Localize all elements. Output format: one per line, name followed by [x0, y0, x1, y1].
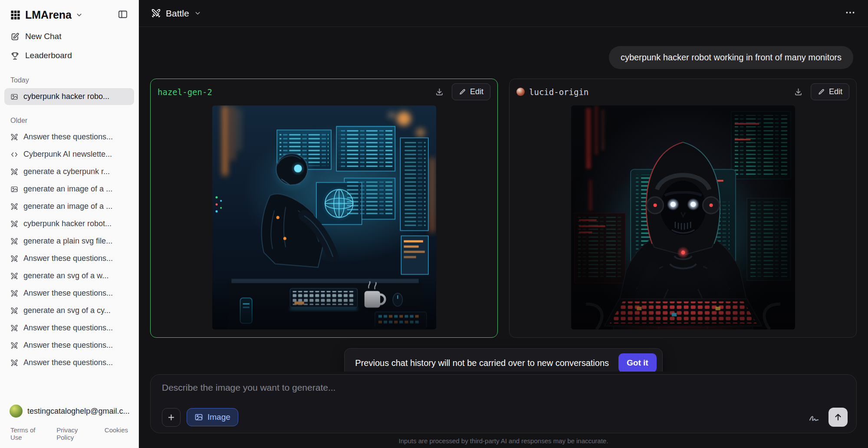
chat-history-item[interactable]: Answer these questions... [4, 337, 134, 354]
chat-item-label: Cyberpunk AI newslette... [23, 150, 112, 159]
chevron-down-icon [194, 10, 201, 17]
trophy-icon [10, 51, 20, 60]
send-button[interactable] [829, 408, 848, 427]
image-mode-label: Image [207, 412, 230, 422]
image-mode-button[interactable]: Image [187, 408, 238, 426]
attach-button[interactable] [162, 408, 181, 427]
download-button[interactable] [791, 84, 806, 100]
chat-item-icon [10, 290, 18, 297]
footer-link[interactable]: Privacy Policy [56, 426, 92, 441]
history-toast: Previous chat history will not be carrie… [344, 348, 662, 372]
arrow-up-icon [833, 412, 843, 422]
history-section-label-today: Today [0, 65, 138, 88]
chat-item-icon [10, 93, 18, 101]
chat-item-icon [10, 168, 18, 176]
chat-item-label: Answer these questions... [23, 323, 113, 333]
got-it-button[interactable]: Got it [618, 353, 657, 372]
chat-item-icon [10, 272, 18, 280]
download-icon [435, 87, 444, 96]
chat-item-icon [10, 185, 18, 193]
model-panel-a: hazel-gen-2 Edit [150, 79, 498, 338]
chat-history-item[interactable]: Answer these questions... [4, 354, 134, 371]
chat-history-item[interactable]: generate a plain svg file... [4, 233, 134, 250]
chat-item-label: Answer these questions... [23, 289, 113, 298]
panel-body [510, 105, 856, 337]
chat-history-item[interactable]: generate an svg of a cy... [4, 302, 134, 319]
edit-button[interactable]: Edit [452, 83, 490, 100]
chevron-down-icon [76, 11, 83, 19]
pencil-icon [818, 88, 825, 96]
new-chat-label: New Chat [25, 32, 61, 41]
panel-actions: Edit [432, 83, 490, 100]
chat-item-label: generate an svg of a cy... [23, 306, 111, 315]
mode-label: Battle [166, 8, 189, 19]
chat-history-item[interactable]: generate an svg of a w... [4, 267, 134, 284]
chat-item-icon [10, 133, 18, 141]
footer-link[interactable]: Cookies [105, 426, 128, 441]
chat-history-item[interactable]: cyberpunk hacker robo... [4, 88, 134, 105]
edit-label: Edit [470, 87, 483, 96]
battle-mode-selector[interactable]: Battle [151, 8, 201, 19]
chat-item-icon [10, 237, 18, 245]
sidebar: LMArena New Chat Leaderboard Today [0, 0, 139, 448]
composer-box: Image [150, 374, 857, 433]
download-button[interactable] [432, 84, 447, 100]
app-root: LMArena New Chat Leaderboard Today [0, 0, 868, 448]
chat-history-item[interactable]: Cyberpunk AI newslette... [4, 146, 134, 163]
account-button[interactable]: testingcataloghelp@gmail.c... [0, 399, 138, 423]
app-title: LMArena [25, 9, 72, 21]
leaderboard-label: Leaderboard [25, 51, 72, 60]
chat-history-item[interactable]: generate an image of a ... [4, 181, 134, 198]
sidebar-footer: Terms of Use Privacy Policy Cookies [0, 423, 138, 448]
chat-history-item[interactable]: Answer these questions... [4, 320, 134, 336]
footer-link[interactable]: Terms of Use [10, 426, 44, 441]
new-chat-button[interactable]: New Chat [0, 27, 138, 46]
topbar: Battle [139, 0, 868, 27]
chat-history-item[interactable]: generate an image of a ... [4, 198, 134, 215]
image-icon [194, 413, 203, 422]
history-list-today: cyberpunk hacker robo... [0, 88, 138, 105]
chat-item-label: generate a cyberpunk r... [23, 167, 110, 176]
chat-item-label: generate a plain svg file... [23, 237, 112, 246]
battle-swords-icon [151, 8, 161, 18]
prompt-input[interactable] [162, 382, 848, 398]
composer-toolbar: Image [162, 408, 848, 427]
chat-item-label: generate an image of a ... [23, 184, 112, 194]
model-name-a: hazel-gen-2 [158, 87, 212, 97]
chat-item-icon [10, 359, 18, 367]
edit-button[interactable]: Edit [811, 83, 849, 100]
sidebar-collapse-button[interactable] [116, 8, 130, 22]
app-logo[interactable]: LMArena [10, 9, 83, 21]
main-area: Battle cyberpunk hacker robot working in… [139, 0, 868, 448]
toast-row: Previous chat history will not be carrie… [150, 338, 857, 372]
generated-image-a[interactable] [212, 105, 436, 329]
model-name-label: lucid-origin [529, 87, 589, 97]
ellipsis-icon [845, 7, 856, 18]
chat-item-icon [10, 342, 18, 349]
generated-image-b[interactable] [571, 105, 795, 329]
chat-item-label: generate an image of a ... [23, 202, 112, 211]
chat-history-item[interactable]: Answer these questions... [4, 128, 134, 145]
user-message-row: cyberpunk hacker robot working in front … [150, 27, 857, 79]
chat-item-icon [10, 307, 18, 315]
chat-history-item[interactable]: Answer these questions... [4, 250, 134, 267]
model-panel-b: lucid-origin Edit [509, 79, 857, 338]
panel-body [151, 105, 497, 337]
chat-history-item[interactable]: generate a cyberpunk r... [4, 163, 134, 180]
leaderboard-button[interactable]: Leaderboard [0, 46, 138, 65]
history-section-label-older: Older [0, 105, 138, 128]
sidebar-nav: New Chat Leaderboard [0, 27, 138, 65]
chat-item-icon [10, 151, 18, 158]
chat-history-item[interactable]: Answer these questions... [4, 285, 134, 302]
pencil-icon [459, 88, 466, 96]
plus-icon [167, 413, 176, 422]
more-options-button[interactable] [845, 7, 856, 20]
download-icon [794, 87, 803, 96]
signature-button[interactable] [804, 408, 823, 427]
new-chat-icon [10, 32, 20, 41]
panel-header: lucid-origin Edit [510, 79, 856, 105]
composer-area: Image Inputs are processed by third-part… [139, 372, 868, 448]
signature-icon [808, 412, 820, 423]
chat-history-item[interactable]: cyberpunk hacker robot... [4, 215, 134, 232]
chat-item-icon [10, 220, 18, 228]
